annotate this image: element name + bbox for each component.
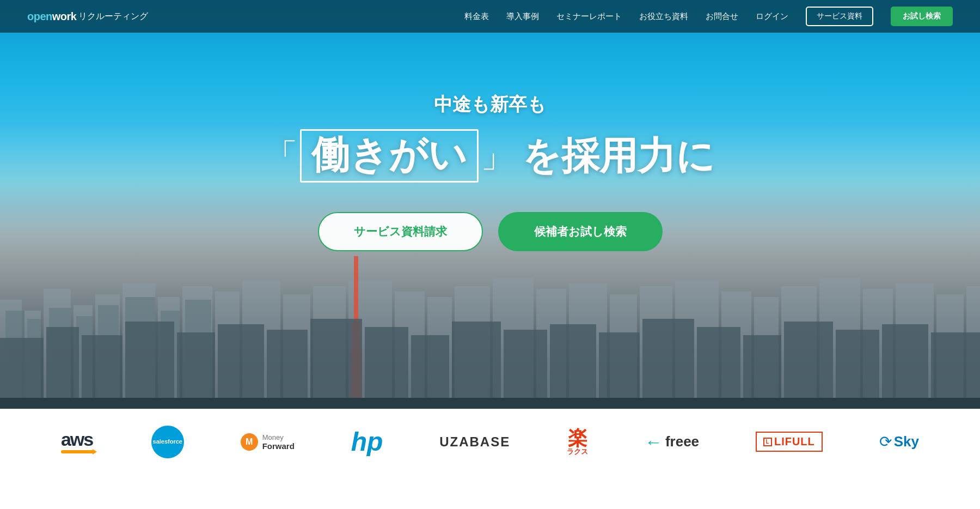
uzabase-logo: UZABASE bbox=[439, 434, 510, 450]
svg-rect-47 bbox=[267, 330, 308, 409]
svg-rect-61 bbox=[931, 332, 980, 409]
logo-work: work bbox=[52, 10, 77, 23]
service-document-button[interactable]: サービス資料請求 bbox=[318, 212, 483, 251]
nav-links-container: 料金表 導入事例 セミナーレポート お役立ち資料 お問合せ ログイン サービス資… bbox=[464, 7, 953, 26]
svg-rect-58 bbox=[784, 322, 833, 409]
hero-highlight: 働きがい bbox=[300, 129, 479, 183]
aws-logo: aws bbox=[61, 430, 95, 453]
svg-rect-55 bbox=[642, 319, 694, 409]
hp-logo: hp bbox=[351, 429, 383, 455]
svg-rect-57 bbox=[743, 335, 781, 409]
nav-link-login[interactable]: ログイン bbox=[756, 11, 788, 22]
svg-rect-48 bbox=[310, 319, 362, 409]
hero-buttons: サービス資料請求 候補者お試し検索 bbox=[265, 212, 715, 251]
svg-rect-44 bbox=[125, 322, 174, 409]
hero-subtitle: 中途も新卒も bbox=[265, 92, 715, 117]
nav-link-cases[interactable]: 導入事例 bbox=[506, 11, 539, 22]
hero-title: 「 働きがい 」 を採用力に bbox=[265, 129, 715, 183]
svg-rect-46 bbox=[218, 324, 264, 409]
nav-link-seminar[interactable]: セミナーレポート bbox=[556, 11, 622, 22]
svg-rect-62 bbox=[0, 398, 980, 409]
moneyforward-logo: M Money Forward bbox=[241, 433, 295, 451]
logo-suffix: リクルーティング bbox=[78, 11, 148, 22]
svg-rect-42 bbox=[46, 327, 79, 409]
lifull-logo: L LIFULL bbox=[756, 432, 823, 452]
svg-rect-49 bbox=[365, 327, 408, 409]
svg-rect-59 bbox=[836, 330, 879, 409]
svg-rect-43 bbox=[82, 335, 122, 409]
hero-section: open work リクルーティング 料金表 導入事例 セミナーレポート お役立… bbox=[0, 0, 980, 409]
svg-rect-51 bbox=[452, 322, 501, 409]
svg-rect-52 bbox=[504, 330, 547, 409]
salesforce-logo: salesforce bbox=[151, 426, 184, 458]
hero-bracket-close: 」 bbox=[481, 136, 513, 175]
svg-rect-54 bbox=[599, 332, 640, 409]
service-doc-button[interactable]: サービス資料 bbox=[806, 7, 873, 26]
hero-bracket-open: 「 bbox=[265, 136, 298, 175]
nav-link-contact[interactable]: お問合せ bbox=[706, 11, 738, 22]
svg-rect-50 bbox=[411, 335, 449, 409]
rakus-logo: 楽 ラクス bbox=[567, 428, 588, 455]
nav-link-resources[interactable]: お役立ち資料 bbox=[639, 11, 688, 22]
sky-logo: ⟳ Sky bbox=[879, 433, 919, 451]
navbar: open work リクルーティング 料金表 導入事例 セミナーレポート お役立… bbox=[0, 0, 980, 33]
freee-logo: ← freee bbox=[645, 433, 699, 451]
svg-rect-60 bbox=[882, 324, 928, 409]
nav-link-price[interactable]: 料金表 bbox=[464, 11, 489, 22]
svg-rect-56 bbox=[697, 327, 740, 409]
candidate-search-button[interactable]: 候補者お試し検索 bbox=[498, 212, 663, 251]
trial-search-button[interactable]: お試し検索 bbox=[891, 7, 953, 26]
svg-rect-53 bbox=[550, 324, 596, 409]
hero-content: 中途も新卒も 「 働きがい 」 を採用力に サービス資料請求 候補者お試し検索 bbox=[265, 92, 715, 251]
logos-bar: aws salesforce M Money Forward hp UZABAS… bbox=[0, 409, 980, 474]
nav-logo[interactable]: open work リクルーティング bbox=[27, 10, 148, 23]
hero-title-suffix: を採用力に bbox=[522, 133, 715, 179]
logo-open: open bbox=[27, 10, 52, 23]
svg-rect-45 bbox=[177, 332, 215, 409]
